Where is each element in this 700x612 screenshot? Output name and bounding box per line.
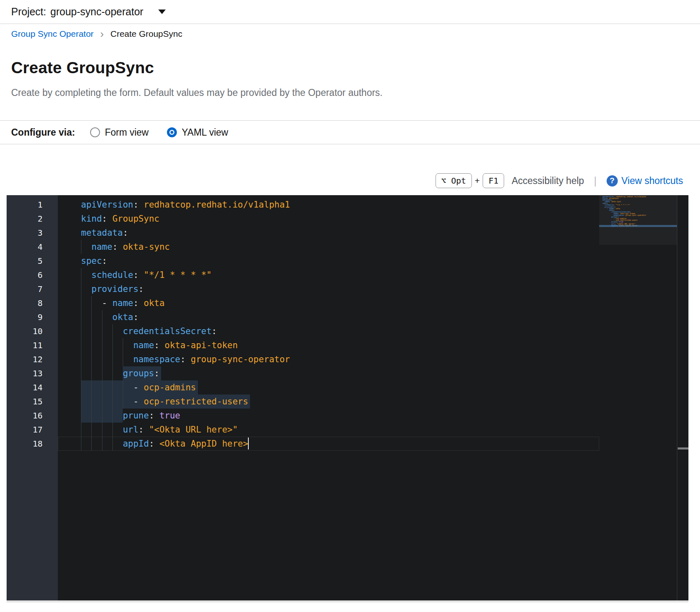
indent-guide [81, 338, 81, 352]
code-line[interactable]: name: okta-api-token [58, 338, 599, 352]
editor-content[interactable]: apiVersion: redhatcop.redhat.io/v1alpha1… [58, 195, 599, 600]
code-line[interactable]: url: "<Okta URL here>" [58, 423, 599, 437]
indent-guide [81, 437, 81, 451]
indent-guide [91, 352, 92, 366]
code-line[interactable]: providers: [58, 282, 599, 296]
minimap-current-line [599, 225, 677, 227]
project-value: group-sync-operator [50, 6, 143, 18]
indent-guide [91, 409, 92, 423]
line-number[interactable]: 17 [7, 423, 58, 437]
help-question-icon: ? [607, 175, 618, 186]
line-number[interactable]: 13 [7, 366, 58, 380]
line-number[interactable]: 16 [7, 409, 58, 423]
yaml-editor[interactable]: 123456789101112131415161718 apiVersion: … [7, 195, 688, 600]
code-line[interactable]: kind: GroupSync [58, 212, 599, 226]
chevron-right-icon: › [100, 30, 104, 38]
indent-guide [91, 338, 92, 352]
project-label: Project: [11, 6, 46, 18]
line-number[interactable]: 6 [7, 268, 58, 282]
indent-guide [91, 380, 92, 394]
toolbar-divider: | [594, 175, 597, 187]
indent-guide [112, 366, 113, 380]
editor-minimap[interactable]: apiVersion: redhatcop.redhat.io/v1alpha1… [599, 195, 677, 600]
radio-unselected-icon[interactable] [90, 127, 100, 137]
indent-guide [81, 296, 81, 310]
project-selector-dropdown[interactable]: Project: group-sync-operator [11, 0, 166, 24]
code-line[interactable]: schedule: "*/1 * * * *" [58, 268, 599, 282]
line-number[interactable]: 2 [7, 212, 58, 226]
radio-form-view[interactable]: Form view [90, 127, 149, 138]
indent-guide [81, 394, 81, 409]
view-shortcuts-link[interactable]: View shortcuts [621, 175, 683, 186]
code-line[interactable]: metadata: [58, 226, 599, 240]
indent-guide [112, 423, 113, 437]
indent-guide [91, 394, 92, 409]
page-title: Create GroupSync [11, 59, 154, 77]
editor-scrollbar[interactable] [677, 195, 688, 600]
code-line[interactable]: spec: [58, 254, 599, 268]
line-number[interactable]: 3 [7, 226, 58, 240]
indent-guide [102, 310, 102, 324]
code-line[interactable]: - ocp-restricted-users [58, 394, 599, 409]
line-number[interactable]: 15 [7, 394, 58, 409]
editor-toolbar: ⌥ Opt + F1 Accessibility help | ? View s… [436, 172, 683, 189]
indent-guide [91, 324, 92, 338]
indent-guide [81, 352, 81, 366]
divider [0, 144, 700, 144]
code-line[interactable]: credentialsSecret: [58, 324, 599, 338]
indent-guide [91, 366, 92, 380]
code-line[interactable]: - name: okta [58, 296, 599, 310]
radio-selected-icon[interactable] [167, 127, 177, 137]
line-number[interactable]: 5 [7, 254, 58, 268]
code-line[interactable]: groups: [58, 366, 599, 380]
indent-guide [102, 380, 102, 394]
breadcrumb-current: Create GroupSync [110, 29, 182, 39]
scrollbar-cursor-marker [678, 447, 688, 449]
line-number[interactable]: 7 [7, 282, 58, 296]
code-line[interactable]: appId: <Okta AppID here> [58, 437, 599, 451]
line-number[interactable]: 18 [7, 437, 58, 451]
indent-guide [112, 352, 113, 366]
code-line[interactable]: - ocp-admins [58, 380, 599, 394]
chevron-down-icon [158, 10, 166, 14]
indent-guide [81, 366, 81, 380]
keycap-plus: + [475, 176, 480, 186]
indent-guide [81, 268, 81, 282]
indent-guide [112, 409, 113, 423]
indent-guide [112, 437, 113, 451]
keycap-opt: ⌥ Opt [436, 173, 472, 188]
code-line[interactable]: name: okta-sync [58, 240, 599, 254]
create-groupsync-page: Project: group-sync-operator Group Sync … [0, 0, 700, 612]
line-number[interactable]: 4 [7, 240, 58, 254]
breadcrumb-link-group-sync-operator[interactable]: Group Sync Operator [11, 29, 94, 39]
indent-guide [81, 409, 81, 423]
radio-yaml-view[interactable]: YAML view [167, 127, 228, 138]
indent-guide [91, 296, 92, 310]
line-number[interactable]: 14 [7, 380, 58, 394]
line-number[interactable]: 11 [7, 338, 58, 352]
line-number[interactable]: 1 [7, 198, 58, 212]
code-line[interactable]: apiVersion: redhatcop.redhat.io/v1alpha1 [58, 198, 599, 212]
indent-guide [123, 380, 123, 394]
indent-guide [112, 380, 113, 394]
line-number[interactable]: 9 [7, 310, 58, 324]
line-number[interactable]: 12 [7, 352, 58, 366]
minimap-lines: apiVersion: redhatcop.redhat.io/v1alpha1… [602, 196, 646, 227]
code-line[interactable]: okta: [58, 310, 599, 324]
line-number[interactable]: 10 [7, 324, 58, 338]
indent-guide [112, 324, 113, 338]
indent-guide [112, 394, 113, 409]
indent-guide [91, 437, 92, 451]
code-line[interactable]: prune: true [58, 409, 599, 423]
indent-guide [102, 338, 102, 352]
indent-guide [123, 352, 123, 366]
indent-guide [81, 380, 81, 394]
indent-guide [81, 240, 81, 254]
code-line[interactable]: namespace: group-sync-operator [58, 352, 599, 366]
radio-yaml-view-label: YAML view [182, 127, 228, 138]
editor-gutter[interactable]: 123456789101112131415161718 [7, 195, 58, 600]
radio-form-view-label: Form view [105, 127, 149, 138]
indent-guide [102, 437, 102, 451]
line-number[interactable]: 8 [7, 296, 58, 310]
indent-guide [81, 282, 81, 296]
